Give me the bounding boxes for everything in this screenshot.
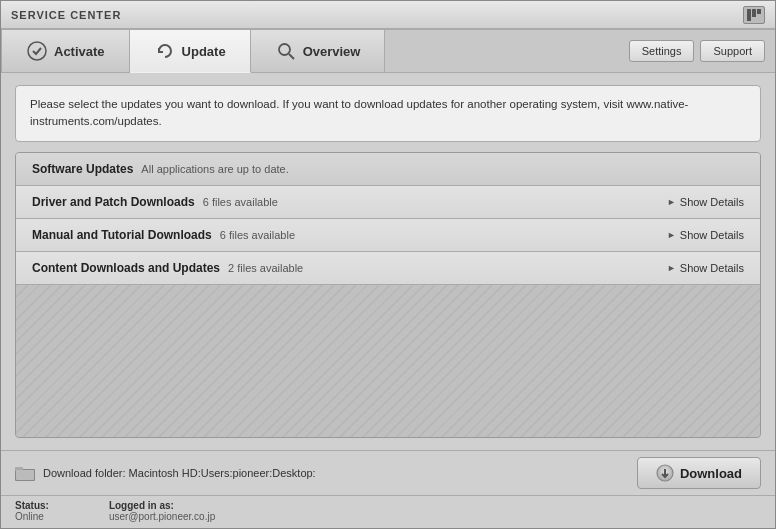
header-buttons: Settings Support bbox=[619, 29, 775, 72]
download-folder-text: Download folder: Macintosh HD:Users:pion… bbox=[43, 467, 629, 479]
svg-line-5 bbox=[289, 54, 294, 59]
content-downloads-row: Content Downloads and Updates 2 files av… bbox=[16, 252, 760, 285]
manual-tutorial-action-label: Show Details bbox=[680, 229, 744, 241]
svg-rect-1 bbox=[752, 9, 756, 17]
download-btn-icon bbox=[656, 464, 674, 482]
driver-patch-action[interactable]: ► Show Details bbox=[667, 196, 744, 208]
svg-rect-2 bbox=[757, 9, 761, 14]
driver-patch-title: Driver and Patch Downloads bbox=[32, 195, 195, 209]
status-block: Status: Online bbox=[15, 500, 49, 522]
logged-in-label: Logged in as: bbox=[109, 500, 215, 511]
status-bar: Status: Online Logged in as: user@port.p… bbox=[1, 495, 775, 528]
software-updates-title: Software Updates bbox=[32, 162, 133, 176]
driver-patch-subtitle: 6 files available bbox=[203, 196, 278, 208]
driver-patch-row: Driver and Patch Downloads 6 files avail… bbox=[16, 186, 760, 219]
title-bar: SERVICE CENTER bbox=[1, 1, 775, 29]
tab-activate-label: Activate bbox=[54, 44, 105, 59]
status-value: Online bbox=[15, 511, 49, 522]
folder-icon bbox=[15, 465, 35, 481]
tab-spacer bbox=[385, 29, 618, 72]
settings-button[interactable]: Settings bbox=[629, 40, 695, 62]
support-button[interactable]: Support bbox=[700, 40, 765, 62]
driver-patch-arrow: ► bbox=[667, 197, 676, 207]
manual-tutorial-arrow: ► bbox=[667, 230, 676, 240]
svg-point-3 bbox=[28, 42, 46, 60]
search-icon bbox=[275, 40, 297, 62]
bottom-bar: Download folder: Macintosh HD:Users:pion… bbox=[1, 450, 775, 495]
software-updates-subtitle: All applications are up to date. bbox=[141, 163, 288, 175]
updates-panel: Software Updates All applications are up… bbox=[15, 152, 761, 439]
check-circle-icon bbox=[26, 40, 48, 62]
tab-update[interactable]: Update bbox=[130, 29, 251, 73]
svg-rect-0 bbox=[747, 9, 751, 21]
driver-patch-action-label: Show Details bbox=[680, 196, 744, 208]
logged-in-block: Logged in as: user@port.pioneer.co.jp bbox=[109, 500, 215, 522]
manual-tutorial-action[interactable]: ► Show Details bbox=[667, 229, 744, 241]
manual-tutorial-subtitle: 6 files available bbox=[220, 229, 295, 241]
download-button-label: Download bbox=[680, 466, 742, 481]
main-window: SERVICE CENTER Activate bbox=[0, 0, 776, 529]
info-box: Please select the updates you want to do… bbox=[15, 85, 761, 142]
svg-point-4 bbox=[279, 44, 290, 55]
refresh-icon bbox=[154, 40, 176, 62]
content-downloads-title: Content Downloads and Updates bbox=[32, 261, 220, 275]
tab-bar: Activate Update Overview bbox=[1, 29, 775, 73]
tab-activate[interactable]: Activate bbox=[1, 29, 130, 72]
content-downloads-action[interactable]: ► Show Details bbox=[667, 262, 744, 274]
software-updates-row: Software Updates All applications are up… bbox=[16, 153, 760, 186]
download-button[interactable]: Download bbox=[637, 457, 761, 489]
window-icon bbox=[743, 6, 765, 24]
panel-empty-area bbox=[16, 285, 760, 438]
content-downloads-action-label: Show Details bbox=[680, 262, 744, 274]
window-title: SERVICE CENTER bbox=[11, 9, 121, 21]
status-label: Status: bbox=[15, 500, 49, 511]
manual-tutorial-title: Manual and Tutorial Downloads bbox=[32, 228, 212, 242]
logged-in-value: user@port.pioneer.co.jp bbox=[109, 511, 215, 522]
svg-rect-8 bbox=[16, 470, 34, 480]
manual-tutorial-row: Manual and Tutorial Downloads 6 files av… bbox=[16, 219, 760, 252]
tab-overview-label: Overview bbox=[303, 44, 361, 59]
content-area: Please select the updates you want to do… bbox=[1, 73, 775, 450]
content-downloads-subtitle: 2 files available bbox=[228, 262, 303, 274]
info-text: Please select the updates you want to do… bbox=[30, 98, 688, 127]
tab-overview[interactable]: Overview bbox=[251, 29, 386, 72]
tab-update-label: Update bbox=[182, 44, 226, 59]
content-downloads-arrow: ► bbox=[667, 263, 676, 273]
